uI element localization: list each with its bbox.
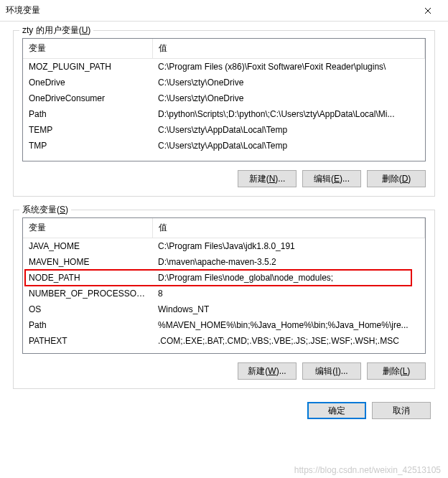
var-cell: TMP <box>23 138 152 154</box>
val-cell: D:\maven\apache-maven-3.5.2 <box>152 254 425 270</box>
system-header-var[interactable]: 变量 <box>23 218 152 238</box>
val-cell: 8 <box>152 286 425 301</box>
system-table-scroll[interactable]: 变量 值 JAVA_HOMEC:\Program Files\Java\jdk1… <box>23 218 425 353</box>
var-cell: OneDrive <box>23 75 152 90</box>
user-variables-group: zty 的用户变量(U) 变量 值 MOZ_PLUGIN_PATHC:\Prog… <box>13 30 435 197</box>
var-cell: PATHEXT <box>23 333 152 349</box>
val-cell: D:\Program Files\node_global\node_module… <box>152 270 425 286</box>
val-cell: C:\Users\zty\OneDrive <box>152 75 425 90</box>
ok-button[interactable]: 确定 <box>307 402 366 419</box>
table-row[interactable]: TEMPC:\Users\zty\AppData\Local\Temp <box>23 122 425 138</box>
table-row[interactable]: TMPC:\Users\zty\AppData\Local\Temp <box>23 138 425 154</box>
user-header-val[interactable]: 值 <box>152 39 425 59</box>
var-cell: NODE_PATH <box>23 270 152 286</box>
table-row[interactable]: JAVA_HOMEC:\Program Files\Java\jdk1.8.0_… <box>23 238 425 255</box>
footer-buttons: 确定 取消 <box>13 402 435 419</box>
table-row[interactable]: MOZ_PLUGIN_PATHC:\Program Files (x86)\Fo… <box>23 59 425 75</box>
user-header-var[interactable]: 变量 <box>23 39 152 59</box>
user-table-wrap: 变量 值 MOZ_PLUGIN_PATHC:\Program Files (x8… <box>22 38 426 161</box>
var-cell: Path <box>23 106 152 122</box>
var-cell: MOZ_PLUGIN_PATH <box>23 59 152 75</box>
val-cell: %MAVEN_HOME%\bin;%Java_Home%\bin;%Java_H… <box>152 317 425 333</box>
table-row[interactable]: OneDriveC:\Users\zty\OneDrive <box>23 75 425 90</box>
table-row[interactable]: MAVEN_HOMED:\maven\apache-maven-3.5.2 <box>23 254 425 270</box>
table-row[interactable]: OneDriveConsumerC:\Users\zty\OneDrive <box>23 90 425 106</box>
val-cell: C:\Program Files (x86)\Foxit Software\Fo… <box>152 59 425 75</box>
table-row[interactable]: OSWindows_NT <box>23 301 425 317</box>
table-row[interactable]: Path%MAVEN_HOME%\bin;%Java_Home%\bin;%Ja… <box>23 317 425 333</box>
var-cell: MAVEN_HOME <box>23 254 152 270</box>
table-row[interactable]: PATHEXT.COM;.EXE;.BAT;.CMD;.VBS;.VBE;.JS… <box>23 333 425 349</box>
user-button-row: 新建(N)... 编辑(E)... 删除(D) <box>22 170 426 187</box>
system-new-button[interactable]: 新建(W)... <box>238 362 297 380</box>
var-cell: TEMP <box>23 122 152 138</box>
watermark: https://blog.csdn.net/weixin_42513105 <box>294 465 441 475</box>
cancel-button[interactable]: 取消 <box>372 402 431 419</box>
system-button-row: 新建(W)... 编辑(I)... 删除(L) <box>22 362 426 380</box>
user-variables-table: 变量 值 MOZ_PLUGIN_PATHC:\Program Files (x8… <box>23 39 425 154</box>
table-row[interactable]: NUMBER_OF_PROCESSORS8 <box>23 286 425 301</box>
system-table-wrap: 变量 值 JAVA_HOMEC:\Program Files\Java\jdk1… <box>22 217 426 354</box>
val-cell: C:\Users\zty\AppData\Local\Temp <box>152 138 425 154</box>
val-cell: C:\Users\zty\AppData\Local\Temp <box>152 122 425 138</box>
system-header-val[interactable]: 值 <box>152 218 425 238</box>
var-cell: OneDriveConsumer <box>23 90 152 106</box>
table-row[interactable]: PathD:\python\Scripts\;D:\python\;C:\Use… <box>23 106 425 122</box>
val-cell: C:\Users\zty\OneDrive <box>152 90 425 106</box>
system-variables-table: 变量 值 JAVA_HOMEC:\Program Files\Java\jdk1… <box>23 218 425 349</box>
user-delete-button[interactable]: 删除(D) <box>367 170 426 187</box>
system-variables-group: 系统变量(S) 变量 值 JAVA_HOMEC:\Program Files\J… <box>13 210 435 389</box>
user-group-label: zty 的用户变量(U) <box>19 24 93 37</box>
var-cell: JAVA_HOME <box>23 238 152 255</box>
user-table-scroll[interactable]: 变量 值 MOZ_PLUGIN_PATHC:\Program Files (x8… <box>23 39 425 161</box>
system-edit-button[interactable]: 编辑(I)... <box>302 362 361 380</box>
var-cell: NUMBER_OF_PROCESSORS <box>23 286 152 301</box>
user-edit-button[interactable]: 编辑(E)... <box>302 170 361 187</box>
table-row[interactable]: NODE_PATHD:\Program Files\node_global\no… <box>23 270 425 286</box>
val-cell: D:\python\Scripts\;D:\python\;C:\Users\z… <box>152 106 425 122</box>
titlebar: 环境变量 <box>0 0 448 22</box>
close-button[interactable] <box>414 1 442 21</box>
val-cell: Windows_NT <box>152 301 425 317</box>
var-cell: OS <box>23 301 152 317</box>
close-icon <box>424 7 431 14</box>
var-cell: Path <box>23 317 152 333</box>
window-title: 环境变量 <box>6 4 414 17</box>
val-cell: .COM;.EXE;.BAT;.CMD;.VBS;.VBE;.JS;.JSE;.… <box>152 333 425 349</box>
val-cell: C:\Program Files\Java\jdk1.8.0_191 <box>152 238 425 255</box>
system-delete-button[interactable]: 删除(L) <box>367 362 426 380</box>
dialog-content: zty 的用户变量(U) 变量 值 MOZ_PLUGIN_PATHC:\Prog… <box>0 22 448 429</box>
user-new-button[interactable]: 新建(N)... <box>238 170 297 187</box>
system-group-label: 系统变量(S) <box>19 204 71 216</box>
